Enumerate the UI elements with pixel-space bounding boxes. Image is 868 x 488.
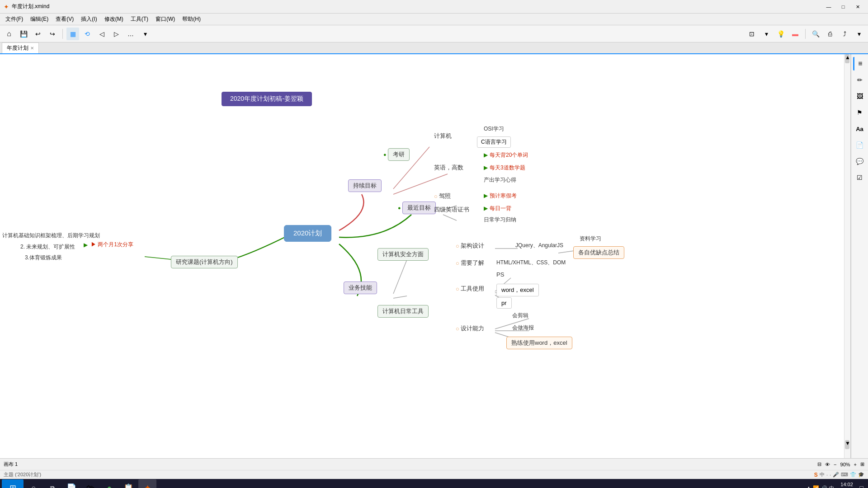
mindmap-canvas[interactable]: 2020年度计划初稿-姜翌颖 2020计划 持续目标 ● 最近目标 业务技能 研… [0, 54, 851, 458]
node-ps: PS [496, 271, 504, 278]
taskbar-notify[interactable]: ∧ [807, 485, 811, 488]
taskbar-green[interactable]: ● [100, 479, 118, 488]
grid-button[interactable]: ▦ [66, 28, 79, 40]
title-node-box: 2020年度计划初稿-姜翌颖 [222, 92, 312, 106]
rp-style-icon[interactable]: ✏ [853, 73, 867, 87]
loop-button[interactable]: ⟲ [81, 28, 94, 40]
node-shulianyong[interactable]: 熟练使用word，excel [506, 337, 572, 349]
ime-dot1: · [826, 472, 828, 478]
node-word-excel[interactable]: word，excel [496, 284, 539, 296]
tab-close[interactable]: ✕ [30, 46, 34, 51]
minimize-button[interactable]: — [822, 2, 835, 11]
center-node-box: 2020计划 [284, 225, 331, 242]
taskbar-search[interactable]: ○ [24, 479, 42, 488]
node-sheji: ○ 设计能力 [456, 324, 484, 333]
taskbar-ime[interactable]: 中 [829, 485, 834, 488]
sogou-icon: S [814, 472, 818, 478]
titlebar: ✦ 年度计划.xmind — □ ✕ [0, 0, 868, 14]
taskbar-app[interactable]: 📋 [119, 479, 137, 488]
rp-check-icon[interactable]: ☑ [853, 171, 867, 184]
menu-file[interactable]: 文件(F) [2, 14, 27, 24]
redo-button[interactable]: ↪ [46, 28, 59, 40]
taskbar-action-center[interactable]: □ [860, 484, 863, 488]
scrollbar[interactable]: ▲ ▼ [844, 54, 850, 458]
node-queding[interactable]: 各自优缺点总结 [573, 246, 624, 259]
node-richang: 日常学习归纳 [484, 216, 516, 224]
node-chixu[interactable]: 持续目标 [348, 179, 382, 192]
undo-button[interactable]: ↩ [32, 28, 44, 40]
toolbar-right: ⊡ ▾ 💡 ▬ 🔍 ⎙ ⤴ ▾ [745, 28, 865, 40]
layout-dropdown[interactable]: ▾ [760, 28, 773, 40]
menu-view[interactable]: 查看(V) [52, 14, 77, 24]
taskbar-volume[interactable]: 🔊 [821, 485, 827, 488]
keyboard-icon[interactable]: ⌨ [841, 472, 848, 478]
menu-modify[interactable]: 修改(M) [101, 14, 127, 24]
zoom-in-button[interactable]: + [854, 462, 857, 467]
node-kaoyuan[interactable]: ● 考研 [383, 148, 410, 161]
present-button[interactable]: ▬ [789, 28, 802, 40]
toolbar-sep1 [62, 29, 63, 39]
taskbar-taskview[interactable]: ⧉ [43, 479, 61, 488]
scroll-down[interactable]: ▼ [845, 440, 849, 449]
node-pr[interactable]: pr [496, 297, 512, 309]
node-weilai: 2. 未来规划、可扩展性 [20, 243, 75, 251]
more-dropdown[interactable]: ▾ [139, 28, 151, 40]
lightbulb-button[interactable]: 💡 [774, 28, 787, 40]
svg-line-15 [558, 251, 574, 253]
rp-comment-icon[interactable]: 💬 [853, 155, 867, 168]
maximize-button[interactable]: □ [836, 2, 850, 11]
zoom-out-button[interactable]: − [834, 462, 836, 467]
taskbar-store[interactable]: 🛍 [81, 479, 99, 488]
node-jisuanji-anquan[interactable]: 计算机安全方面 [377, 248, 429, 261]
node-yewu[interactable]: 业务技能 [344, 282, 377, 294]
scroll-up[interactable]: ▲ [845, 54, 849, 63]
taskbar-network[interactable]: 📶 [813, 485, 819, 488]
node-zuijin[interactable]: ● 最近目标 [398, 202, 436, 214]
eye-icon[interactable]: 👁 [825, 462, 830, 467]
rightpanel: ≡ ✏ 🖼 ⚑ Aa 📄 💬 ☑ [851, 54, 868, 458]
toolbar: ⌂ 💾 ↩ ↪ ▦ ⟲ ◁ ▷ … ▾ ⊡ ▾ 💡 ▬ 🔍 ⎙ ⤴ ▾ [0, 25, 868, 42]
menu-edit[interactable]: 编辑(E) [27, 14, 52, 24]
rp-doc-icon[interactable]: 📄 [853, 138, 867, 152]
rp-image-icon[interactable]: 🖼 [853, 89, 867, 103]
taskbar-explorer[interactable]: 📄 [62, 479, 80, 488]
taskbar-clock[interactable]: 14:02 2020/5/25 [836, 481, 858, 488]
menu-help[interactable]: 帮助(H) [179, 14, 204, 24]
mic-icon[interactable]: 🎤 [833, 472, 839, 478]
bottom-right: ⊟ 👁 − 90% + ⊞ [817, 461, 864, 467]
node-osi: OSI学习 [484, 125, 504, 133]
rp-flag-icon[interactable]: ⚑ [853, 106, 867, 119]
tab-annual-plan[interactable]: 年度计划 ✕ [2, 42, 39, 53]
node-cyuyan[interactable]: C语言学习 [477, 136, 511, 148]
status-bar: 主题 ('2020计划') S 中 · · 🎤 ⌨ 👕 🎓 [0, 470, 868, 479]
center-node[interactable]: 2020计划 [284, 225, 331, 242]
status-right: S 中 · · 🎤 ⌨ 👕 🎓 [814, 471, 864, 478]
node-yanjiu[interactable]: 研究课题(计算机方向) [171, 256, 238, 268]
title-node: 2020年度计划初稿-姜翌颖 [222, 92, 312, 106]
taskbar-xmind[interactable]: ✦ [138, 479, 156, 488]
node-shuxue: 每天3道数学题 [484, 164, 525, 172]
menu-insert[interactable]: 插入(I) [77, 14, 100, 24]
left-arrow[interactable]: ◁ [95, 28, 108, 40]
close-button[interactable]: ✕ [851, 2, 864, 11]
save-button[interactable]: 💾 [17, 28, 30, 40]
node-richang-gongju[interactable]: 计算机日常工具 [377, 305, 429, 318]
rp-text-icon[interactable]: Aa [853, 122, 867, 136]
layout-button[interactable]: ⊡ [745, 28, 758, 40]
export-button[interactable]: ⤴ [838, 28, 851, 40]
zoom-in-button[interactable]: 🔍 [809, 28, 822, 40]
filter-icon[interactable]: ⊟ [817, 461, 821, 467]
right-arrow[interactable]: ▷ [110, 28, 123, 40]
ime-dot2: · [830, 472, 831, 478]
svg-line-1 [393, 174, 448, 194]
menu-tools[interactable]: 工具(T) [127, 14, 152, 24]
zoom-fit-button[interactable]: ⊞ [860, 461, 864, 467]
rp-outline-icon[interactable]: ≡ [853, 57, 867, 70]
share-button[interactable]: ⎙ [824, 28, 836, 40]
home-button[interactable]: ⌂ [3, 28, 15, 40]
ime-zh: 中 [820, 471, 825, 478]
export-dropdown[interactable]: ▾ [853, 28, 865, 40]
menu-window[interactable]: 窗口(W) [152, 14, 179, 24]
more-button[interactable]: … [124, 28, 137, 40]
start-button[interactable]: ⊞ [2, 479, 24, 488]
